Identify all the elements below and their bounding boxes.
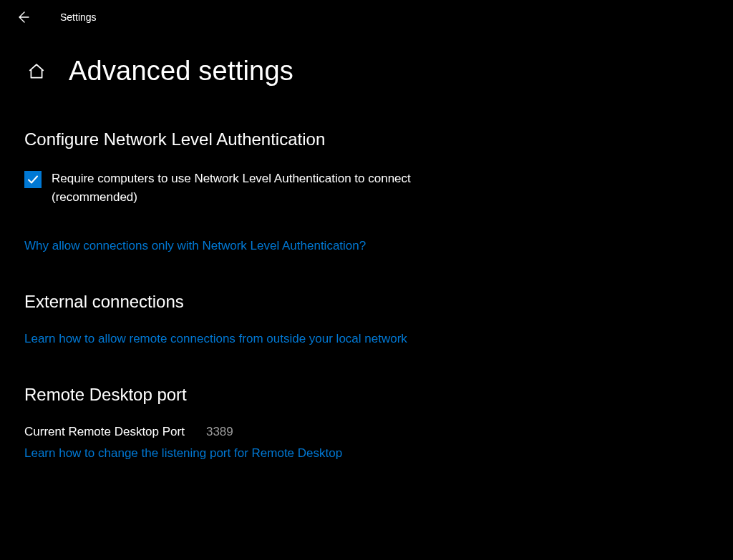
nla-section: Configure Network Level Authentication R… (24, 129, 704, 253)
page-title: Advanced settings (69, 56, 293, 87)
external-section: External connections Learn how to allow … (24, 292, 704, 346)
port-value: 3389 (206, 425, 233, 439)
port-label: Current Remote Desktop Port (24, 425, 185, 439)
page-header: Advanced settings (24, 56, 704, 87)
back-button[interactable] (16, 3, 44, 31)
port-info-row: Current Remote Desktop Port 3389 (24, 425, 704, 439)
titlebar: Settings (0, 0, 733, 34)
content-area: Advanced settings Configure Network Leve… (0, 34, 733, 461)
back-arrow-icon (16, 10, 30, 24)
app-title: Settings (60, 11, 97, 23)
home-button[interactable] (24, 59, 49, 84)
nla-checkbox-row: Require computers to use Network Level A… (24, 170, 704, 207)
port-help-link[interactable]: Learn how to change the listening port f… (24, 446, 342, 461)
nla-checkbox-label: Require computers to use Network Level A… (52, 170, 495, 207)
nla-heading: Configure Network Level Authentication (24, 129, 704, 149)
port-section: Remote Desktop port Current Remote Deskt… (24, 385, 704, 461)
port-heading: Remote Desktop port (24, 385, 704, 405)
home-icon (27, 62, 46, 81)
nla-help-link[interactable]: Why allow connections only with Network … (24, 239, 366, 253)
checkmark-icon (26, 173, 39, 186)
nla-checkbox[interactable] (24, 171, 42, 188)
external-heading: External connections (24, 292, 704, 312)
external-help-link[interactable]: Learn how to allow remote connections fr… (24, 332, 407, 346)
